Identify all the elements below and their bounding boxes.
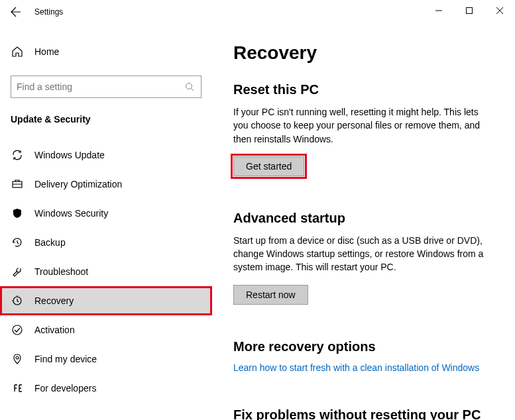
- sidebar-item-label: Windows Update: [34, 150, 105, 160]
- find-icon: [11, 353, 24, 365]
- sidebar-item-label: For developers: [34, 383, 96, 394]
- home-label: Home: [34, 46, 59, 57]
- maximize-icon: [466, 7, 473, 14]
- maximize-button[interactable]: [454, 0, 485, 21]
- nav-list: Windows Update Delivery Optimization Win…: [0, 140, 212, 403]
- sidebar-item-for-developers[interactable]: For developers: [0, 374, 212, 403]
- arrow-left-icon: [11, 7, 21, 17]
- recovery-icon: [11, 295, 24, 307]
- sidebar-item-label: Recovery: [34, 295, 74, 306]
- sidebar-item-label: Troubleshoot: [34, 266, 88, 277]
- reset-section-title: Reset this PC: [233, 82, 494, 97]
- clean-install-link[interactable]: Learn how to start fresh with a clean in…: [233, 362, 494, 373]
- sidebar-item-label: Backup: [34, 237, 66, 248]
- sidebar-item-windows-security[interactable]: Windows Security: [0, 199, 212, 228]
- backup-icon: [11, 236, 24, 248]
- sidebar-item-label: Windows Security: [34, 208, 108, 219]
- sync-icon: [11, 149, 24, 161]
- advanced-section-desc: Start up from a device or disc (such as …: [233, 234, 494, 274]
- svg-point-5: [16, 356, 19, 359]
- fix-section-title: Fix problems without resetting your PC: [233, 407, 494, 420]
- svg-rect-0: [467, 8, 473, 14]
- sidebar-item-windows-update[interactable]: Windows Update: [0, 140, 212, 170]
- close-button[interactable]: [485, 0, 515, 21]
- home-icon: [11, 46, 24, 58]
- sidebar-item-label: Activation: [34, 325, 75, 335]
- developers-icon: [11, 382, 24, 394]
- back-button[interactable]: [5, 1, 27, 23]
- reset-section-desc: If your PC isn't running well, resetting…: [233, 105, 494, 146]
- sidebar-item-recovery[interactable]: Recovery: [0, 286, 212, 315]
- close-icon: [496, 7, 503, 14]
- minimize-icon: [435, 7, 442, 14]
- window-controls: [424, 0, 515, 21]
- delivery-icon: [11, 178, 24, 190]
- sidebar-item-label: Delivery Optimization: [34, 179, 122, 189]
- minimize-button[interactable]: [424, 0, 454, 21]
- sidebar-item-backup[interactable]: Backup: [0, 228, 212, 257]
- window-title: Settings: [34, 7, 63, 17]
- svg-point-4: [13, 325, 22, 335]
- advanced-section-title: Advanced startup: [233, 211, 494, 226]
- sidebar-item-activation[interactable]: Activation: [0, 315, 212, 344]
- sidebar: Home Update & Security Windows Update: [0, 24, 212, 420]
- search-icon: [185, 82, 196, 91]
- troubleshoot-icon: [11, 266, 24, 278]
- get-started-button[interactable]: Get started: [233, 156, 304, 176]
- sidebar-item-find-my-device[interactable]: Find my device: [0, 344, 212, 374]
- home-nav[interactable]: Home: [0, 37, 212, 66]
- sidebar-item-troubleshoot[interactable]: Troubleshoot: [0, 257, 212, 286]
- sidebar-item-label: Find my device: [34, 354, 97, 364]
- shield-icon: [11, 207, 24, 219]
- sidebar-section-header: Update & Security: [0, 98, 212, 132]
- page-title: Recovery: [233, 42, 494, 64]
- content-area: Recovery Reset this PC If your PC isn't …: [212, 24, 515, 420]
- search-box[interactable]: [11, 76, 201, 98]
- sidebar-item-delivery-optimization[interactable]: Delivery Optimization: [0, 170, 212, 199]
- search-input[interactable]: [17, 81, 185, 92]
- restart-now-button[interactable]: Restart now: [233, 285, 308, 305]
- more-section-title: More recovery options: [233, 339, 494, 354]
- activation-icon: [11, 324, 24, 336]
- titlebar: Settings: [0, 0, 515, 24]
- svg-point-1: [186, 83, 192, 89]
